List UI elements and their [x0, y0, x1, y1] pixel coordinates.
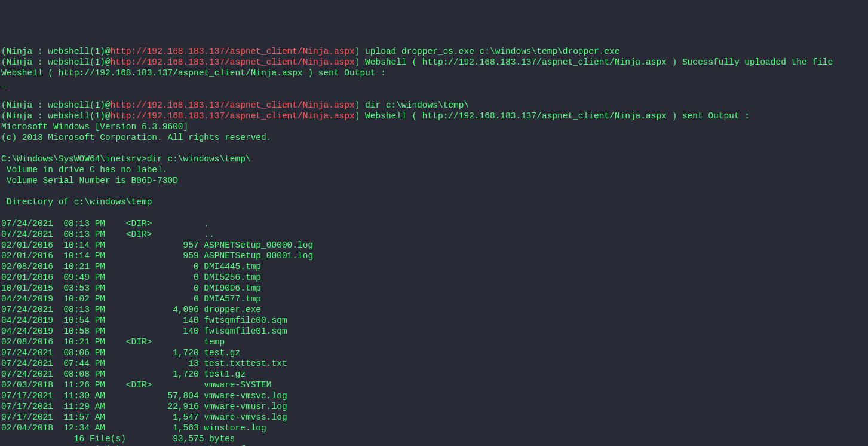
volume-serial: Volume Serial Number is B06D-730D: [1, 175, 867, 186]
file-entry: 10/01/2015 03:53 PM 0 DMI90D6.tmp: [1, 283, 867, 294]
file-entry: 04/24/2019 10:54 PM 140 fwtsqmfile00.sqm: [1, 315, 867, 326]
file-entry: 07/24/2021 08:13 PM <DIR> .: [1, 218, 867, 229]
file-entry: 02/01/2016 10:14 PM 959 ASPNETSetup_0000…: [1, 251, 867, 261]
blank: [1, 89, 867, 100]
file-entry: 07/24/2021 08:08 PM 1,720 test1.gz: [1, 369, 867, 380]
file-entry: 02/01/2016 10:14 PM 957 ASPNETSetup_0000…: [1, 240, 867, 251]
file-entry: 02/03/2018 11:26 PM <DIR> vmware-SYSTEM: [1, 380, 867, 390]
win-copyright: (c) 2013 Microsoft Corporation. All righ…: [1, 132, 867, 143]
terminal-output[interactable]: (Ninja : webshell(1)@http://192.168.183.…: [1, 46, 867, 446]
file-entry: 07/17/2021 11:57 AM 1,547 vmware-vmvss.l…: [1, 412, 867, 423]
file-entry: 07/17/2021 11:29 AM 22,916 vmware-vmusr.…: [1, 401, 867, 412]
separator: _: [1, 78, 867, 89]
blank: [1, 143, 867, 154]
file-entry: 07/24/2021 07:44 PM 13 test.txttest.txt: [1, 358, 867, 369]
blank: [1, 207, 867, 218]
file-entry: 07/24/2021 08:06 PM 1,720 test.gz: [1, 347, 867, 358]
prompt-line-1: (Ninja : webshell(1)@http://192.168.183.…: [1, 46, 867, 57]
cwd-command: C:\Windows\SysWOW64\inetsrv>dir c:\windo…: [1, 154, 867, 164]
file-entry: 07/17/2021 11:30 AM 57,804 vmware-vmsvc.…: [1, 390, 867, 401]
file-entry: 02/08/2016 10:21 PM <DIR> temp: [1, 337, 867, 347]
file-entry: 02/04/2018 12:34 AM 1,563 winstore.log: [1, 423, 867, 433]
file-entry: 04/24/2019 10:58 PM 140 fwtsqmfile01.sqm: [1, 326, 867, 337]
volume-label: Volume in drive C has no label.: [1, 164, 867, 175]
win-version: Microsoft Windows [Version 6.3.9600]: [1, 121, 867, 132]
file-entry: 07/24/2021 08:13 PM 4,096 dropper.exe: [1, 304, 867, 315]
file-entry: 07/24/2021 08:13 PM <DIR> ..: [1, 229, 867, 240]
response-line-1a: (Ninja : webshell(1)@http://192.168.183.…: [1, 57, 867, 68]
file-entry: 04/24/2019 10:02 PM 0 DMIA577.tmp: [1, 294, 867, 304]
summary-files: 16 File(s) 93,575 bytes: [1, 433, 867, 444]
file-entry: 02/08/2016 10:21 PM 0 DMI4445.tmp: [1, 261, 867, 272]
blank: [1, 186, 867, 197]
response-line-2a: (Ninja : webshell(1)@http://192.168.183.…: [1, 111, 867, 121]
file-entry: 02/01/2016 09:49 PM 0 DMI5256.tmp: [1, 272, 867, 283]
directory-header: Directory of c:\windows\temp: [1, 197, 867, 207]
file-list: 07/24/2021 08:13 PM <DIR> .07/24/2021 08…: [1, 218, 867, 433]
response-line-1b: Webshell ( http://192.168.183.137/aspnet…: [1, 68, 867, 78]
prompt-line-2: (Ninja : webshell(1)@http://192.168.183.…: [1, 100, 867, 111]
